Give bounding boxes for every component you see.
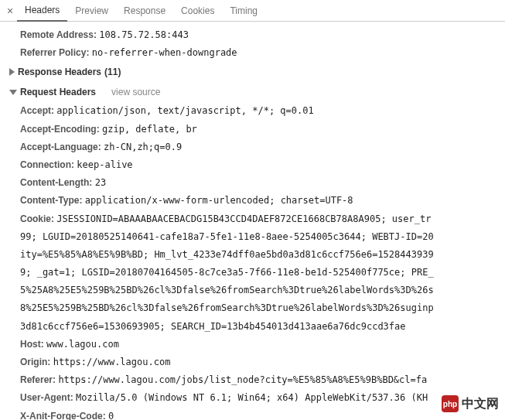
tab-cookies[interactable]: Cookies bbox=[173, 1, 222, 21]
referrer-policy-label: Referrer Policy: bbox=[20, 47, 89, 58]
accept-header: Accept: application/json, text/javascrip… bbox=[8, 102, 502, 120]
cookie-line5: 5%25A8%25E5%259B%25BD%26cl%3Dfalse%26fro… bbox=[8, 282, 502, 299]
general-referrer-policy: Referrer Policy: no-referrer-when-downgr… bbox=[8, 44, 502, 62]
cookie-line7: 3d81c6ccf756e6=1530693905; SEARCH_ID=13b… bbox=[8, 318, 502, 336]
origin-value: https://www.lagou.com bbox=[53, 357, 171, 367]
headers-panel: Remote Address: 108.75.72.58:443 Referre… bbox=[0, 22, 505, 420]
content-length-header: Content-Length: 23 bbox=[8, 174, 502, 192]
content-type-value: application/x-www-form-urlencoded; chars… bbox=[85, 195, 353, 206]
watermark-logo-icon: php bbox=[442, 395, 459, 412]
referer-label: Referer: bbox=[20, 374, 56, 385]
response-headers-count: (11) bbox=[104, 67, 121, 77]
user-agent-value: Mozilla/5.0 (Windows NT 6.1; Win64; x64)… bbox=[76, 392, 428, 403]
devtools-tabs: × Headers Preview Response Cookies Timin… bbox=[0, 0, 505, 22]
tab-response[interactable]: Response bbox=[116, 1, 173, 21]
x-anit-forge-code-value: 0 bbox=[108, 411, 114, 420]
response-headers-title: Response Headers bbox=[18, 67, 101, 77]
view-source-link[interactable]: view source bbox=[111, 87, 160, 97]
cookie-line2: 99; LGUID=20180525140641-cafe18a7-5fe1-1… bbox=[8, 228, 502, 246]
response-headers-section[interactable]: Response Headers (11) bbox=[8, 62, 502, 82]
cookie-line3: ity=%E5%85%A8%E5%9B%BD; Hm_lvt_4233e74df… bbox=[8, 246, 502, 264]
general-remote-address: Remote Address: 108.75.72.58:443 bbox=[8, 26, 502, 44]
referrer-policy-value: no-referrer-when-downgrade bbox=[92, 47, 237, 58]
request-headers-section[interactable]: Request Headers view source bbox=[8, 82, 502, 102]
request-headers-title: Request Headers bbox=[20, 87, 96, 97]
content-length-label: Content-Length: bbox=[20, 177, 92, 188]
tab-preview[interactable]: Preview bbox=[67, 1, 116, 21]
chevron-right-icon bbox=[9, 68, 15, 76]
x-anit-forge-code-label: X-Anit-Forge-Code: bbox=[20, 411, 106, 420]
accept-label: Accept: bbox=[20, 105, 54, 116]
accept-encoding-label: Accept-Encoding: bbox=[20, 124, 100, 135]
remote-address-label: Remote Address: bbox=[20, 29, 97, 40]
connection-value: keep-alive bbox=[77, 159, 132, 170]
host-header: Host: www.lagou.com bbox=[8, 336, 502, 353]
accept-language-value: zh-CN,zh;q=0.9 bbox=[104, 142, 182, 152]
accept-language-label: Accept-Language: bbox=[20, 142, 101, 152]
cookie-line4: 9; _gat=1; LGSID=20180704164505-8c7ce3a5… bbox=[8, 264, 502, 282]
cookie-label: Cookie: bbox=[20, 213, 54, 224]
remote-address-value: 108.75.72.58:443 bbox=[99, 29, 189, 40]
cookie-line1: JSESSIONID=ABAAABAACEBACDG15B43CCD4DAEF8… bbox=[56, 213, 431, 224]
origin-label: Origin: bbox=[20, 357, 50, 367]
connection-label: Connection: bbox=[20, 159, 74, 170]
host-label: Host: bbox=[20, 339, 44, 350]
host-value: www.lagou.com bbox=[46, 339, 119, 350]
user-agent-header: User-Agent: Mozilla/5.0 (Windows NT 6.1;… bbox=[8, 389, 502, 407]
close-icon[interactable]: × bbox=[3, 5, 17, 16]
origin-header: Origin: https://www.lagou.com bbox=[8, 353, 502, 371]
accept-language-header: Accept-Language: zh-CN,zh;q=0.9 bbox=[8, 138, 502, 156]
watermark: php 中文网 bbox=[442, 395, 499, 412]
connection-header: Connection: keep-alive bbox=[8, 156, 502, 174]
user-agent-label: User-Agent: bbox=[20, 392, 73, 403]
chevron-down-icon bbox=[9, 90, 17, 95]
tab-headers[interactable]: Headers bbox=[17, 0, 67, 22]
referer-header: Referer: https://www.lagou.com/jobs/list… bbox=[8, 371, 502, 389]
cookie-header: Cookie: JSESSIONID=ABAAABAACEBACDG15B43C… bbox=[8, 210, 502, 228]
x-anit-forge-code-header: X-Anit-Forge-Code: 0 bbox=[8, 408, 502, 420]
content-type-label: Content-Type: bbox=[20, 195, 82, 206]
content-length-value: 23 bbox=[95, 177, 106, 188]
tab-timing[interactable]: Timing bbox=[222, 1, 265, 21]
content-type-header: Content-Type: application/x-www-form-url… bbox=[8, 192, 502, 210]
watermark-text: 中文网 bbox=[462, 396, 499, 412]
referer-value: https://www.lagou.com/jobs/list_node?cit… bbox=[58, 374, 427, 385]
accept-value: application/json, text/javascript, */*; … bbox=[56, 105, 313, 116]
accept-encoding-header: Accept-Encoding: gzip, deflate, br bbox=[8, 121, 502, 138]
cookie-line6: 8%25E5%259B%25BD%26cl%3Dfalse%26fromSear… bbox=[8, 299, 502, 317]
accept-encoding-value: gzip, deflate, br bbox=[102, 124, 197, 135]
